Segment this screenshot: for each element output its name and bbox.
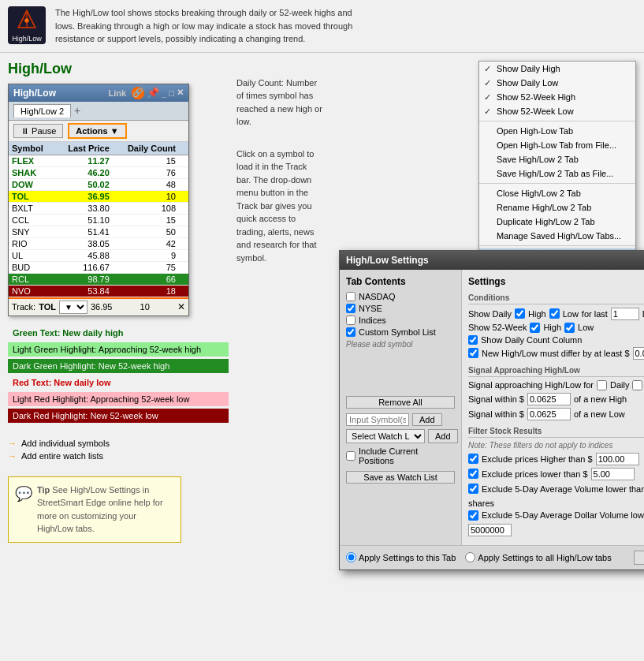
table-row[interactable]: BUD 116.67 75 [9, 261, 188, 273]
table-row[interactable]: DOW 50.02 48 [9, 178, 188, 190]
cell-symbol: FLEX [9, 155, 54, 166]
table-row[interactable]: TOL 36.95 10 [9, 190, 188, 202]
exclude-low-checkbox[interactable] [468, 469, 478, 479]
track-close[interactable]: ✕ [177, 301, 185, 312]
track-bar: Track: TOL ▼ 36.95 10 ✕ [9, 297, 188, 316]
high52-check[interactable] [530, 323, 540, 333]
cell-symbol: BUD [9, 261, 54, 273]
exclude-vol-checkbox[interactable] [468, 484, 478, 494]
exclude-low-label: Exclude prices lower than $ [482, 469, 588, 479]
radio-all-tabs-input[interactable] [465, 552, 475, 562]
indices-label: Indices [359, 316, 386, 325]
cell-price: 50.02 [54, 178, 113, 190]
radio-this-tab-input[interactable] [346, 552, 356, 562]
dialog-body: Tab Contents NASDAQ NYSE Indices [340, 270, 644, 545]
high-check[interactable] [515, 308, 525, 319]
cell-count: 9 [113, 249, 179, 261]
track-dropdown[interactable]: ▼ [59, 301, 87, 314]
tab-active[interactable]: High/Low 2 [13, 104, 71, 118]
save-watchlist-button[interactable]: Save as Watch List [346, 471, 455, 484]
exclude-high-checkbox[interactable] [468, 454, 478, 464]
add-watchlist-button[interactable]: Add [428, 429, 458, 443]
menu-save-hl-tab[interactable]: Save High/Low 2 Tab [479, 152, 635, 166]
table-row[interactable]: SHAK 46.20 76 [9, 166, 188, 178]
ok-button[interactable]: OK [634, 551, 644, 565]
menu-rename-tab[interactable]: Rename High/Low 2 Tab [479, 200, 635, 215]
close-icon[interactable]: ✕ [177, 88, 184, 98]
nyse-check: NYSE [346, 304, 455, 313]
table-row[interactable]: SNY 51.41 50 [9, 226, 188, 237]
pause-button[interactable]: ⏸ Pause [13, 124, 63, 138]
cell-count: 10 [113, 190, 179, 202]
low52-check[interactable] [564, 323, 575, 333]
cell-symbol: CCL [9, 214, 54, 226]
menu-show-52-low[interactable]: Show 52-Week Low [479, 104, 635, 118]
add-tab-button[interactable]: + [74, 104, 80, 117]
exclude-vol-row: Exclude 5-Day Average Volume lower than … [468, 483, 644, 508]
menu-close-tab[interactable]: Close High/Low 2 Tab [479, 186, 635, 200]
app-icon: High/Low [8, 6, 46, 44]
custom-list-checkbox[interactable] [346, 327, 356, 337]
signal-label: Signal approaching High/Low for [468, 380, 594, 390]
menu-save-hl-as[interactable]: Save High/Low 2 Tab as File... [479, 166, 635, 181]
cell-price: 46.20 [54, 166, 113, 178]
filter-title: Filter Stock Results [468, 427, 644, 438]
table-row[interactable]: NVO 53.84 18 [9, 285, 188, 297]
signal-high-input[interactable] [527, 393, 571, 405]
link-icon[interactable]: 🔗 [132, 87, 144, 99]
radio-this-tab: Apply Settings to this Tab [346, 552, 456, 562]
table-row[interactable]: FLEX 11.27 15 [9, 155, 188, 166]
cell-scroll [179, 249, 188, 261]
menu-show-52-high[interactable]: Show 52-Week High [479, 90, 635, 104]
table-row[interactable]: RIO 38.05 42 [9, 237, 188, 249]
indices-checkbox[interactable] [346, 316, 356, 325]
col-price: Last Price [54, 142, 113, 155]
exclude-vol-suffix: shares [468, 499, 494, 508]
add-symbol-button[interactable]: Add [412, 413, 442, 426]
menu-show-daily-high[interactable]: Show Daily High [479, 62, 635, 76]
days-input[interactable] [611, 308, 639, 320]
cell-count: 50 [113, 226, 179, 237]
legend-dk-red: Dark Red Highlight: New 52-week low [8, 409, 229, 423]
signal-low-input[interactable] [527, 408, 571, 420]
cell-scroll [179, 178, 188, 190]
nasdaq-checkbox[interactable] [346, 292, 356, 301]
menu-open-hl-file[interactable]: Open High-Low Tab from File... [479, 138, 635, 152]
include-positions-checkbox[interactable] [346, 451, 356, 461]
minimize-icon[interactable]: _ [162, 88, 166, 98]
pin-icon[interactable]: 📌 [147, 87, 159, 99]
low52-label: Low [578, 323, 594, 332]
signal-low-row: Signal within $ of a new Low [468, 408, 644, 420]
exclude-dollar-input[interactable] [468, 524, 512, 536]
new-highlow-checkbox[interactable] [468, 348, 478, 358]
exclude-low-input[interactable] [591, 468, 635, 480]
low-check[interactable] [549, 308, 560, 319]
maximize-icon[interactable]: □ [169, 88, 174, 98]
table-row[interactable]: UL 45.88 9 [9, 249, 188, 261]
daily-signal-check[interactable] [597, 380, 607, 390]
svg-point-3 [24, 18, 28, 22]
table-row[interactable]: RCL 98.79 66 [9, 273, 188, 285]
cell-price: 51.10 [54, 214, 113, 226]
nyse-checkbox[interactable] [346, 304, 356, 313]
cell-scroll [179, 202, 188, 214]
app-icon-label: High/Low [12, 35, 42, 43]
menu-manage-tabs[interactable]: Manage Saved High/Low Tabs... [479, 229, 635, 243]
signal-high-label: Signal within $ [468, 394, 524, 404]
52week-signal-check[interactable] [632, 380, 642, 390]
table-row[interactable]: BXLT 33.80 108 [9, 202, 188, 214]
cell-symbol: RCL [9, 273, 54, 285]
exclude-high-input[interactable] [596, 453, 639, 465]
menu-show-daily-low[interactable]: Show Daily Low [479, 76, 635, 90]
new-highlow-input[interactable] [633, 347, 645, 360]
exclude-dollar-checkbox[interactable] [468, 510, 478, 521]
actions-button[interactable]: Actions ▼ [68, 123, 126, 139]
track-count: 10 [140, 302, 150, 312]
show-daily-count-checkbox[interactable] [468, 335, 478, 345]
symbol-input[interactable] [346, 413, 409, 426]
menu-duplicate-tab[interactable]: Duplicate High/Low 2 Tab [479, 215, 635, 229]
watchlist-select[interactable]: Select Watch List [346, 429, 425, 443]
remove-all-button[interactable]: Remove All [346, 396, 455, 409]
table-row[interactable]: CCL 51.10 15 [9, 214, 188, 226]
menu-open-hl-tab[interactable]: Open High-Low Tab [479, 124, 635, 138]
